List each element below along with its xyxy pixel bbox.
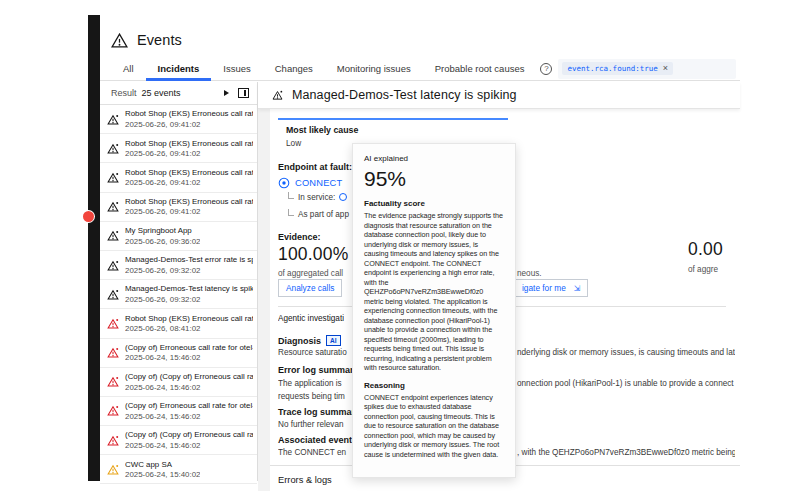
event-title: CWC app SA [125, 460, 200, 469]
event-timestamp: 2025-06-26, 08:41:02 [125, 324, 253, 333]
incident-severity-icon [107, 201, 119, 212]
factuality-text: The evidence package strongly supports t… [364, 211, 504, 373]
event-title: Managed-Demos-Test latency is spiking [125, 284, 253, 293]
analyze-calls-button[interactable]: Analyze calls [278, 279, 342, 297]
evidence-label: Evidence: [278, 232, 321, 242]
agentic-section-label: Agentic investigati [278, 314, 344, 323]
event-timestamp: 2025-06-24, 15:46:02 [125, 353, 253, 362]
endpoint-at-fault-label: Endpoint at fault: [278, 162, 352, 172]
incident-severity-icon [107, 318, 119, 329]
event-title: Robot Shop (EKS) Erroneous call rate is … [125, 314, 253, 323]
event-list-item[interactable]: CWC app SA2025-06-24, 15:40:02 [100, 455, 257, 484]
event-title: (Copy of) (Copy of) Erroneous call rate … [125, 430, 253, 439]
filter-chip[interactable]: event.rca.found:true × [562, 62, 673, 75]
filter-bar[interactable]: event.rca.found:true × [558, 59, 736, 79]
reasoning-text: CONNECT endpoint experiences latency spi… [364, 393, 504, 460]
detail-header: Managed-Demos-Test latency is spiking [258, 82, 740, 109]
diagnosis-heading: DiagnosisAI [278, 330, 341, 348]
event-title: (Copy of) Erroneous call rate for otel-s… [125, 401, 253, 410]
app-header: Events [100, 23, 740, 57]
incident-severity-icon [107, 289, 119, 300]
event-list-item[interactable]: My Springboot App2025-06-26, 09:36:02 [100, 222, 257, 251]
event-timestamp: 2025-06-26, 09:32:02 [125, 266, 253, 275]
service-icon [339, 193, 347, 201]
as-part-label: As part of app [298, 210, 349, 219]
incident-severity-icon [107, 114, 119, 125]
endpoint-icon [278, 177, 290, 189]
tab-changes[interactable]: Changes [263, 57, 325, 81]
expand-panel-icon[interactable] [238, 88, 249, 98]
tab-bar: AllIncidentsIssuesChangesMonitoring issu… [100, 57, 740, 81]
filter-chip-label: event.rca.found:true [567, 64, 657, 73]
endpoint-name: CONNECT [295, 178, 342, 188]
incident-severity-icon [107, 230, 119, 241]
event-title: Robot Shop (EKS) Erroneous call rate is … [125, 197, 253, 206]
ai-explained-popover: AI explained 95% Factuality score The ev… [352, 143, 516, 478]
evidence-caption-fragment: neous. [517, 269, 542, 278]
factuality-title: Factuality score [364, 199, 504, 208]
tree-elbow-icon [288, 192, 294, 199]
associated-right: , with the QEHZPo6oPN7veRZm3BEwweDf0z0 m… [517, 448, 735, 457]
error-log-left2: requests being tim [278, 392, 356, 401]
diagnosis-text-right: nderlying disk or memory issues, is caus… [517, 348, 735, 357]
tab-incidents[interactable]: Incidents [146, 57, 212, 81]
tab-issues[interactable]: Issues [211, 57, 262, 81]
event-timestamp: 2025-06-24, 15:46:02 [125, 412, 253, 421]
event-timestamp: 2025-06-24, 15:46:02 [125, 383, 253, 392]
event-timestamp: 2025-06-26, 09:36:02 [125, 237, 200, 246]
error-log-left1: The application is [278, 379, 356, 388]
play-icon[interactable] [224, 90, 229, 96]
event-timestamp: 2025-06-24, 15:40:02 [125, 470, 200, 479]
event-list-item[interactable]: (Copy of) Erroneous call rate for otel-d… [100, 339, 257, 368]
event-timestamp: 2025-06-26, 09:41:02 [125, 207, 253, 216]
tree-elbow-icon [288, 209, 294, 216]
event-list-item[interactable]: Robot Shop (EKS) Erroneous call rate is … [100, 309, 257, 338]
popover-kicker: AI explained [364, 154, 504, 163]
help-icon[interactable]: ? [540, 63, 552, 75]
event-list-item[interactable]: Robot Shop (EKS) Erroneous call rate is … [100, 134, 257, 163]
event-list-item[interactable]: (Copy of) (Copy of) Erroneous call rate … [100, 426, 257, 455]
chip-close-icon[interactable]: × [663, 64, 668, 73]
error-log-label: Error log summary [278, 365, 359, 375]
result-count: 25 events [142, 88, 181, 98]
result-label: Result [111, 88, 137, 98]
evidence-value-left: 100.00% [278, 244, 349, 265]
events-app-window: Events AllIncidentsIssuesChangesMonitori… [88, 15, 740, 491]
error-log-right: onnection pool (HikariPool-1) is unable … [517, 379, 735, 388]
recording-indicator-dot [83, 211, 94, 222]
incident-severity-icon [107, 347, 119, 358]
as-part-row[interactable]: As part of app [288, 209, 349, 219]
event-list-item[interactable]: (Copy of) (Copy of) Erroneous call rate … [100, 368, 257, 397]
event-title: Robot Shop (EKS) Erroneous call rate is … [125, 139, 253, 148]
events-list-panel: Result 25 events Robot Shop (EKS) Errone… [100, 82, 258, 481]
factuality-score-value: 95% [364, 167, 504, 191]
tab-all[interactable]: All [111, 57, 146, 81]
evidence-caption-right: of aggre [688, 265, 718, 274]
event-list-item[interactable]: Robot Shop (EKS) Erroneous call rate is … [100, 193, 257, 222]
page-title: Events [137, 32, 182, 48]
in-service-row[interactable]: In service: [288, 192, 347, 202]
tab-probable-root-causes[interactable]: Probable root causes [423, 57, 537, 81]
event-title: Managed-Demos-Test error rate is spiking [125, 255, 253, 264]
investigate-label: igate for me [522, 283, 566, 293]
event-list-item[interactable]: (Copy of) Erroneous call rate for otel-s… [100, 397, 257, 426]
evidence-caption-left: of aggregated call [278, 269, 343, 278]
incident-severity-icon [107, 464, 119, 475]
event-title: My Springboot App [125, 226, 200, 235]
investigate-for-me-button[interactable]: igate for me ⇲ [514, 279, 588, 297]
event-timestamp: 2025-06-24, 15:46:02 [125, 441, 253, 450]
endpoint-link[interactable]: CONNECT [278, 177, 342, 189]
event-timestamp: 2025-06-26, 09:41:02 [125, 120, 253, 129]
cause-label: Most likely cause [286, 125, 500, 135]
event-list-item[interactable]: Managed-Demos-Test error rate is spiking… [100, 251, 257, 280]
ai-tag: AI [326, 335, 341, 346]
tab-monitoring-issues[interactable]: Monitoring issues [325, 57, 423, 81]
incident-severity-icon [107, 260, 119, 271]
trace-log-text: No further relevan [278, 420, 356, 429]
event-list-item[interactable]: Managed-Demos-Test latency is spiking202… [100, 280, 257, 309]
event-list-item[interactable]: Robot Shop (EKS) Erroneous call rate is … [100, 163, 257, 192]
detail-title: Managed-Demos-Test latency is spiking [292, 88, 517, 102]
event-list-item[interactable]: Robot Shop (EKS) Erroneous call rate is … [100, 105, 257, 134]
trace-log-label: Trace log summar [278, 407, 355, 417]
errors-logs-link[interactable]: Errors & logs [278, 475, 332, 485]
